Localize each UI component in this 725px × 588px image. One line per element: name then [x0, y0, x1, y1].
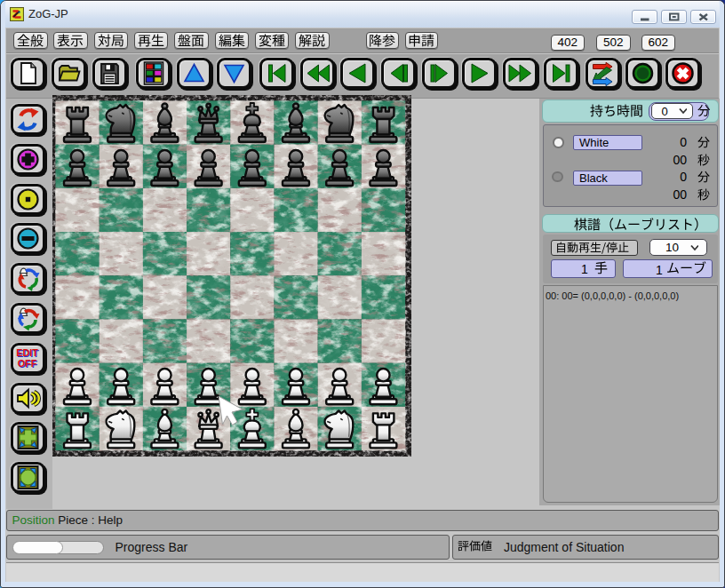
svg-text:EDIT: EDIT: [16, 347, 38, 358]
svg-text:OFF: OFF: [18, 358, 37, 369]
